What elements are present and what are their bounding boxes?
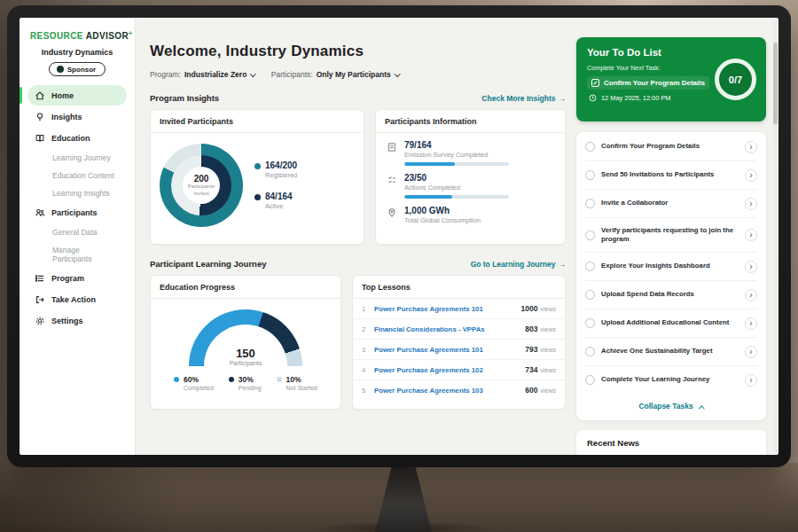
task-row[interactable]: Invite a Collaborator › [585, 190, 757, 218]
arrow-right-icon: → [559, 94, 567, 103]
sidebar-nav: Home Insights Education Learning Journey… [20, 85, 135, 331]
task-checkbox[interactable] [585, 290, 595, 300]
sidebar-item-education-content[interactable]: Education Content [27, 167, 127, 184]
task-row[interactable]: Complete Your Learning Journey › [585, 366, 757, 394]
legend-active: 84/164 Active [254, 192, 297, 210]
invited-donut: 200 Participants Invited [160, 144, 243, 227]
chevron-right-icon[interactable]: › [745, 374, 757, 387]
education-gauge: 150 Participants [189, 309, 302, 366]
action-arrow-icon [35, 294, 45, 305]
progress-fill [404, 162, 455, 166]
program-insights-section: Program Insights Check More Insights→ [150, 93, 566, 103]
chevron-right-icon[interactable]: › [745, 289, 757, 301]
recent-news-header: Recent News [576, 430, 766, 455]
location-pin-icon [387, 207, 397, 218]
legend-dot [254, 163, 261, 169]
sidebar-item-settings[interactable]: Settings [27, 310, 127, 331]
lesson-row: 3 Power Purchase Agreements 101 793views [353, 340, 565, 360]
chevron-right-icon[interactable]: › [745, 229, 757, 241]
task-row[interactable]: Explore Your Insights Dashboard › [585, 253, 757, 281]
legend-dot [174, 377, 179, 382]
sidebar-item-learning-journey[interactable]: Learning Journey [27, 149, 127, 166]
participants-information-card: Participants Information 79/164 Emission… [375, 109, 566, 245]
scrollbar[interactable] [773, 20, 778, 453]
task-row[interactable]: Send 50 Invitations to Participants › [585, 161, 757, 190]
go-to-learning-journey-link[interactable]: Go to Learning Journey→ [471, 260, 566, 269]
todo-progress-ring: 0/7 [715, 59, 756, 100]
chevron-down-icon [395, 71, 400, 76]
info-row: 1,000 GWh Total Global Consumption [376, 199, 565, 224]
lesson-link[interactable]: Power Purchase Agreements 101 [374, 305, 514, 313]
sidebar-item-insights[interactable]: Insights [27, 106, 127, 127]
lesson-link[interactable]: Financial Considerations - VPPAs [374, 325, 518, 333]
task-checkbox[interactable] [585, 142, 595, 152]
task-row[interactable]: Confirm Your Program Details › [585, 133, 757, 161]
book-icon [35, 133, 45, 144]
top-lessons-card: Top Lessons 1 Power Purchase Agreements … [352, 275, 566, 410]
clock-icon [589, 94, 597, 102]
progress-bar [404, 195, 509, 199]
chevron-right-icon[interactable]: › [745, 169, 757, 182]
program-select[interactable]: Program: Industrialize Zero [150, 70, 255, 79]
task-checkbox[interactable] [585, 231, 595, 240]
scrollbar-thumb[interactable] [773, 43, 778, 124]
legend-dot [277, 377, 282, 382]
task-checkbox[interactable] [585, 318, 595, 328]
task-row[interactable]: Verify participants requesting to join t… [585, 218, 757, 253]
brand-logo: RESOURCE ADVISOR+ [20, 28, 135, 46]
sidebar-item-program[interactable]: Program [27, 268, 127, 288]
page-title: Welcome, Industry Dynamics [150, 43, 566, 60]
sponsor-badge: Sponsor [49, 62, 106, 76]
chevron-right-icon[interactable]: › [745, 198, 757, 210]
check-more-insights-link[interactable]: Check More Insights→ [481, 94, 566, 103]
sidebar-item-education[interactable]: Education [27, 128, 127, 148]
sidebar-item-participants[interactable]: Participants [27, 202, 127, 223]
todo-column: Your To Do List Complete Your Next Task:… [576, 18, 766, 455]
participants-select[interactable]: Participants: Only My Participants [271, 70, 399, 79]
donut-center: 200 Participants Invited [183, 167, 220, 204]
lesson-row: 1 Power Purchase Agreements 101 1000view… [353, 299, 565, 319]
chevron-right-icon[interactable]: › [745, 141, 757, 153]
lesson-link[interactable]: Power Purchase Agreements 102 [374, 366, 518, 374]
lesson-link[interactable]: Power Purchase Agreements 101 [374, 346, 518, 354]
task-checkbox[interactable] [585, 262, 595, 271]
chevron-right-icon[interactable]: › [745, 346, 757, 358]
task-checkbox[interactable] [585, 199, 595, 208]
legend-pending: 30% Pending [229, 375, 262, 391]
sidebar-item-take-action[interactable]: Take Action [27, 289, 127, 309]
center-column: Welcome, Industry Dynamics Program: Indu… [150, 18, 566, 455]
todo-next-task[interactable]: ✓ Confirm Your Program Details [587, 76, 709, 90]
survey-icon [387, 142, 397, 153]
lesson-link[interactable]: Power Purchase Agreements 103 [374, 387, 518, 395]
lesson-row: 5 Power Purchase Agreements 103 600views [353, 380, 565, 400]
section-title: Participant Learning Journey [150, 259, 266, 269]
task-list: Confirm Your Program Details › Send 50 I… [576, 132, 766, 420]
chevron-right-icon[interactable]: › [745, 261, 757, 273]
sidebar-item-learning-insights[interactable]: Learning Insights [27, 184, 127, 201]
task-checkbox[interactable] [585, 375, 595, 385]
gauge-center: 150 Participants [204, 325, 287, 366]
task-checkbox[interactable] [585, 347, 595, 356]
sidebar: RESOURCE ADVISOR+ Industry Dynamics Spon… [20, 18, 136, 455]
task-checkbox[interactable] [585, 170, 595, 180]
sidebar-item-manage-participants[interactable]: Manage Participants [27, 241, 127, 267]
task-row[interactable]: Upload Additional Educational Content › [585, 309, 757, 338]
collapse-tasks-link[interactable]: Collapse Tasks [585, 394, 757, 419]
actions-icon [387, 175, 397, 185]
card-title: Participants Information [376, 110, 565, 133]
gauge-legend: 60% Completed 30% Pending 10% [174, 375, 317, 391]
task-row[interactable]: Achieve One Sustainability Target › [585, 338, 757, 366]
sidebar-item-general-data[interactable]: General Data [27, 223, 127, 240]
insights-cards-row: Invited Participants 200 Participants In… [150, 109, 566, 245]
filters-row: Program: Industrialize Zero Participants… [150, 70, 566, 79]
card-title: Top Lessons [353, 276, 565, 299]
chevron-right-icon[interactable]: › [745, 317, 757, 330]
org-name: Industry Dynamics [20, 48, 135, 57]
task-row[interactable]: Upload Spend Data Records › [585, 281, 757, 309]
monitor-bezel: RESOURCE ADVISOR+ Industry Dynamics Spon… [7, 5, 791, 467]
legend-not-started: 10% Not Started [277, 375, 317, 391]
legend-completed: 60% Completed [174, 375, 214, 391]
education-progress-card: Education Progress 150 Participants 60% [150, 275, 341, 410]
chevron-up-icon [699, 406, 704, 411]
sidebar-item-home[interactable]: Home [27, 85, 127, 106]
